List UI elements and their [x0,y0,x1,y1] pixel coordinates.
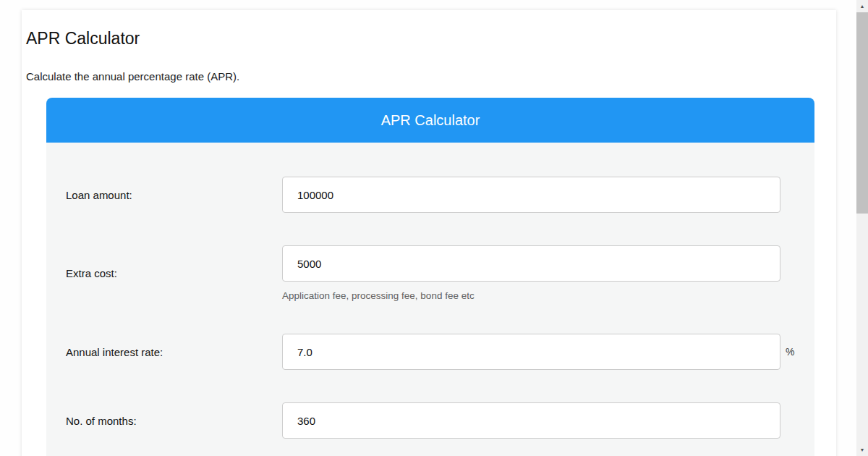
page-title: APR Calculator [26,29,836,48]
page-content-panel: APR Calculator Calculate the annual perc… [22,10,836,456]
form-row-loan-amount: Loan amount: [46,177,814,213]
extra-cost-help-text: Application fee, processing fee, bond fe… [282,290,780,301]
scroll-up-icon[interactable]: ▲ [856,0,868,12]
page-subtitle: Calculate the annual percentage rate (AP… [26,70,836,83]
extra-cost-input[interactable] [282,245,780,282]
loan-amount-label: Loan amount: [46,189,282,201]
vertical-scrollbar[interactable]: ▲ ▼ [856,0,868,456]
card-header-title: APR Calculator [46,98,814,143]
calculator-form: Loan amount: Extra cost: Application fee… [46,143,814,456]
loan-amount-input[interactable] [282,177,780,213]
form-row-interest-rate: Annual interest rate: % [46,334,814,370]
apr-calculator-card: APR Calculator Loan amount: Extra cost: [46,98,814,456]
extra-cost-label: Extra cost: [46,267,282,279]
form-row-months: No. of months: [46,402,814,439]
months-input[interactable] [282,402,780,439]
form-row-extra-cost: Extra cost: Application fee, processing … [46,245,814,301]
scrollbar-thumb[interactable] [856,12,868,214]
months-label: No. of months: [46,415,282,427]
interest-rate-input[interactable] [282,334,780,370]
scroll-down-icon[interactable]: ▼ [856,444,868,456]
interest-rate-label: Annual interest rate: [46,346,282,358]
percent-suffix-label: % [786,346,794,358]
